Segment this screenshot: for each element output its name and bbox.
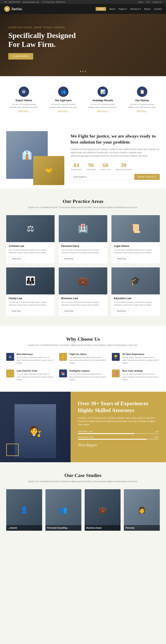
education-law-image: 🎓 <box>112 268 160 294</box>
hero-dot-2[interactable] <box>82 71 84 72</box>
business-law-button[interactable]: Read More <box>61 309 77 313</box>
progress-item-2: PERSONAL TYPE 85% <box>78 436 159 440</box>
why-item-1-text: You can place industrial content here or… <box>16 356 54 365</box>
why-item-2-content: Fight For Jotice You can place industria… <box>70 353 107 365</box>
criminal-law-content: Criminal Law You can place Industrial co… <box>6 242 54 263</box>
why-item-5-text: You can place industrial content here or… <box>70 373 107 381</box>
feature-title-4: Our History <box>126 99 158 102</box>
legal-advice-button[interactable]: Read More <box>114 257 130 261</box>
education-law-name: Education Law <box>114 297 157 300</box>
why-item-6-title: Best Case strategy <box>122 370 160 372</box>
personal-injury-name: Personal Injury <box>61 244 104 248</box>
practice-grid: ⚖ Criminal Law You can place Industrial … <box>6 215 160 316</box>
email-input[interactable] <box>70 174 132 180</box>
hero-dots <box>80 71 86 72</box>
why-item-1-title: Best Attorneys <box>16 353 54 356</box>
why-item-4-title: Low Cost For Case <box>16 370 54 372</box>
family-law-button[interactable]: Read More <box>9 309 24 313</box>
why-item-2-text: You can place industrial content here or… <box>70 356 107 365</box>
case-card-3[interactable]: 💼 Business Issue <box>85 489 120 531</box>
case-card-1[interactable]: 👤 ...vement <box>6 489 42 531</box>
nav-contact[interactable]: Contact <box>154 8 162 10</box>
stat-label-2: Cases Won <box>86 168 96 170</box>
legal-advice-image: 📜 <box>112 215 160 242</box>
why-section: Why Choose Us Explore Our Completed Proj… <box>0 326 166 392</box>
stat-label-1: Trusted Client <box>70 168 82 170</box>
hero-dot-3[interactable] <box>85 71 86 72</box>
why-subtitle: Explore Our Completed Projects! Consecte… <box>6 344 160 347</box>
stat-number-4: 30 <box>115 162 132 168</box>
nav-blog[interactable]: Blog ▾ <box>144 8 151 10</box>
why-item-4: 💰 Low Cost For Case You can place indust… <box>6 370 54 381</box>
logo-icon: ⚖ <box>4 6 10 12</box>
criminal-law-button[interactable]: Read More <box>9 257 24 261</box>
progress-label-1: PERSONAL LAW 70% <box>78 430 159 432</box>
practice-card-injury: 🏥 Personal Injury You can place Industri… <box>59 215 107 263</box>
hero-section: Learn Anything, Make Things Happen. Spec… <box>0 14 166 76</box>
hero-cta-button[interactable]: Learn More <box>8 53 33 60</box>
case-card-2[interactable]: 👥 Personal Consulting <box>46 489 81 531</box>
about-section: 👔 🤝 We Fight for justice, we are always … <box>0 123 166 188</box>
why-icon-4: 💰 <box>6 370 14 378</box>
hero-subtitle: Learn Anything, Make Things Happen. <box>8 26 79 29</box>
personal-injury-content: Personal Injury You can place Industrial… <box>59 242 107 263</box>
why-item-1-content: Best Attorneys You can place industrial … <box>16 353 54 365</box>
nav-services[interactable]: Services ▾ <box>130 8 141 10</box>
attorney-figure: 🧑‍⚖️ <box>14 404 56 458</box>
hero-title: Specifically Designed For Law Firm. <box>8 31 79 49</box>
feature-link-2[interactable]: Read more → <box>58 110 69 112</box>
family-law-text: You can place Industrial content here or… <box>9 301 52 307</box>
feature-item-3: 📊 Avantage Results Our aim is to develop… <box>85 84 120 114</box>
top-bar-right: Home Cart Contact Us <box>138 1 162 3</box>
practice-card-legal: 📜 Legal Advice You can place Industrial … <box>112 215 160 263</box>
personal-injury-button[interactable]: Read More <box>61 257 77 261</box>
about-content: We Fight for justice, we are always read… <box>70 131 160 180</box>
case-card-4[interactable]: 👩 Personal <box>124 489 160 531</box>
top-bar: Tel: +440-98-5298 info@example.com 121 K… <box>0 0 166 4</box>
send-request-button[interactable]: SEND REQUEST <box>134 174 160 180</box>
feature-text-1: Our aim is to develop positive bollpark … <box>8 103 40 109</box>
why-item-5-content: Intelligent Lawyers You can place indust… <box>70 370 107 381</box>
legal-advice-content: Legal Advice You can place Industrial co… <box>112 242 160 263</box>
practice-subtitle: Explore Our Completed Projects! Consecte… <box>6 206 160 209</box>
why-item-3-title: 30 Years Experience <box>122 353 160 356</box>
nav-pages[interactable]: Pages ▾ <box>119 8 127 10</box>
attorney-description: Capitalize on low hanging fruit to ident… <box>78 416 159 426</box>
feature-text-2: Our aim is to develop positive bollpark … <box>48 103 79 109</box>
education-law-button[interactable]: Read More <box>114 309 130 313</box>
feature-link-4[interactable]: Read more → <box>136 110 148 112</box>
case-label-3: Business Issue <box>86 527 119 529</box>
feature-text-4: Our aim is to develop positive bollpark … <box>126 103 158 109</box>
stat-cases-won: 96 Cases Won <box>86 162 96 170</box>
feature-icon-4: 📋 <box>137 86 147 97</box>
stat-projects: 68 Project Done <box>100 162 111 170</box>
progress-fill-1 <box>78 433 134 434</box>
topbar-cart-link[interactable]: Cart <box>146 1 150 3</box>
about-form: SEND REQUEST <box>70 174 160 180</box>
case-image-2: 👥 <box>46 489 81 531</box>
nav-about[interactable]: About <box>109 8 115 10</box>
business-law-name: Business Law <box>61 297 104 300</box>
criminal-law-text: You can place Industrial content here or… <box>9 249 52 254</box>
case-overlay-3: Business Issue <box>85 525 120 531</box>
stat-label-3: Project Done <box>100 168 111 170</box>
topbar-home-link[interactable]: Home <box>138 1 143 3</box>
case-label-1: ...vement <box>8 527 40 529</box>
case-studies-subtitle: Explore Our Completed Projects! Consecte… <box>6 480 160 483</box>
case-overlay-4: Personal <box>124 525 160 531</box>
nav-home[interactable]: Home <box>96 7 106 11</box>
email-info: info@example.com <box>22 1 39 3</box>
features-section: 🏛 Expert Advice Our aim is to develop po… <box>0 76 166 123</box>
why-item-4-text: You can place industrial content here or… <box>16 373 54 381</box>
about-description: Capitalize on low hanging fruit to ident… <box>70 148 160 158</box>
feature-link-3[interactable]: Read more → <box>97 110 108 112</box>
hero-dot-1[interactable] <box>80 71 81 72</box>
stat-number-2: 96 <box>86 162 96 168</box>
why-title: Why Choose Us <box>6 336 160 342</box>
about-image-group: 👔 🤝 <box>6 131 64 179</box>
why-item-1: ⚖ Best Attorneys You can place industria… <box>6 353 54 365</box>
attorney-signature: Jhon Riggan <box>78 443 159 447</box>
feature-link-1[interactable]: Read more → <box>18 110 30 112</box>
topbar-contact-link[interactable]: Contact Us <box>152 1 162 3</box>
why-icon-5: 📚 <box>59 370 67 378</box>
